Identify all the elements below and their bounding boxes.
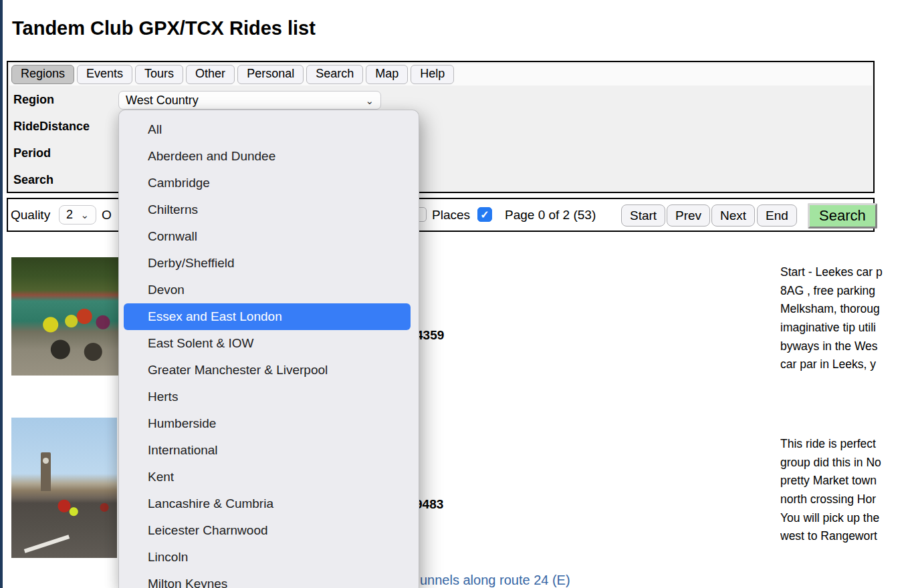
menu-option-lancashire-cumbria[interactable]: Lancashire & Cumbria: [119, 490, 419, 517]
tab-map[interactable]: Map: [366, 65, 408, 84]
ride-photo[interactable]: [11, 257, 120, 376]
description-line: byways in the Wes: [780, 337, 908, 356]
clock-tower-detail: [41, 452, 51, 491]
page-title: Tandem Club GPX/TCX Rides list: [12, 17, 316, 39]
chevron-down-icon: ⌄: [80, 210, 89, 220]
tab-events[interactable]: Events: [77, 65, 132, 84]
menu-option-lincoln[interactable]: Lincoln: [119, 544, 419, 571]
menu-option-essex-and-east-london[interactable]: Essex and East London: [124, 303, 411, 330]
ride-photo[interactable]: [11, 418, 117, 558]
menu-option-derby-sheffield[interactable]: Derby/Sheffield: [119, 250, 419, 277]
page-left-border: [0, 0, 3, 588]
description-line: 8AG , free parking: [780, 282, 908, 301]
description-line: pretty Market town: [780, 472, 908, 490]
end-button[interactable]: End: [757, 204, 797, 227]
description-line: west to Rangewort: [780, 527, 908, 546]
menu-option-all[interactable]: All: [119, 116, 419, 143]
tab-regions[interactable]: Regions: [11, 65, 74, 84]
search-button[interactable]: Search: [808, 203, 877, 229]
tab-bar: Regions Events Tours Other Personal Sear…: [9, 63, 872, 86]
road-marking-detail: [24, 535, 70, 553]
quality-select[interactable]: 2 ⌄: [59, 205, 96, 225]
tab-tours[interactable]: Tours: [135, 65, 183, 84]
menu-option-aberdeen-and-dundee[interactable]: Aberdeen and Dundee: [119, 143, 419, 170]
menu-option-humberside[interactable]: Humberside: [119, 410, 419, 437]
description-line: imaginative tip utili: [780, 319, 908, 337]
region-dropdown-menu: All Aberdeen and Dundee Cambridge Chilte…: [118, 110, 419, 588]
menu-option-east-solent-iow[interactable]: East Solent & IOW: [119, 330, 419, 357]
chevron-down-icon: ⌄: [365, 96, 374, 106]
tab-personal[interactable]: Personal: [237, 65, 304, 84]
page: Tandem Club GPX/TCX Rides list Regions E…: [0, 0, 908, 588]
description-line: group did this in No: [780, 454, 908, 472]
menu-option-international[interactable]: International: [119, 437, 419, 464]
region-select-value: West Country: [126, 94, 199, 108]
page-status: Page 0 of 2 (53): [505, 204, 596, 225]
ride-distance-label: RideDistance: [13, 120, 90, 134]
tab-search[interactable]: Search: [306, 65, 363, 84]
tab-help[interactable]: Help: [411, 65, 454, 84]
ride-description: This ride is perfect group did this in N…: [780, 435, 908, 546]
check-icon: ✓: [480, 208, 489, 221]
quality-select-value: 2: [66, 208, 73, 222]
region-label: Region: [13, 93, 54, 107]
description-line: Melksham, thoroug: [780, 300, 908, 319]
menu-option-cornwall[interactable]: Cornwall: [119, 223, 419, 250]
quality-label: Quality: [11, 204, 50, 225]
menu-option-chilterns[interactable]: Chilterns: [119, 196, 419, 223]
ride-description: Start - Leekes car p 8AG , free parking …: [780, 263, 908, 374]
next-button[interactable]: Next: [711, 204, 755, 227]
period-label: Period: [13, 146, 51, 160]
menu-option-herts[interactable]: Herts: [119, 384, 419, 410]
places-label: Places: [432, 204, 470, 225]
description-line: This ride is perfect: [780, 435, 908, 454]
menu-option-cambridge[interactable]: Cambridge: [119, 170, 419, 196]
menu-option-milton-keynes[interactable]: Milton Keynes: [119, 571, 419, 588]
truncated-option-label: O: [102, 204, 112, 225]
region-select[interactable]: West Country ⌄: [118, 91, 381, 110]
prev-button[interactable]: Prev: [667, 204, 710, 227]
tab-other[interactable]: Other: [186, 65, 235, 84]
menu-option-greater-manchester-liverpool[interactable]: Greater Manchester & Liverpool: [119, 357, 419, 384]
menu-option-kent[interactable]: Kent: [119, 464, 419, 490]
menu-option-leicester-charnwood[interactable]: Leicester Charnwood: [119, 517, 419, 544]
description-line: Start - Leekes car p: [780, 263, 908, 282]
description-line: car par in Leeks, y: [780, 355, 908, 374]
places-checkbox[interactable]: ✓: [477, 207, 492, 222]
menu-option-devon[interactable]: Devon: [119, 277, 419, 303]
start-button[interactable]: Start: [621, 204, 665, 227]
description-line: north crossing Hor: [780, 490, 908, 509]
description-line: You will pick up the: [780, 509, 908, 528]
ride-number: 4359: [416, 328, 444, 343]
search-label: Search: [13, 173, 53, 187]
ride-title-link[interactable]: unnels along route 24 (E): [420, 573, 570, 588]
ride-number: 9483: [415, 497, 443, 512]
